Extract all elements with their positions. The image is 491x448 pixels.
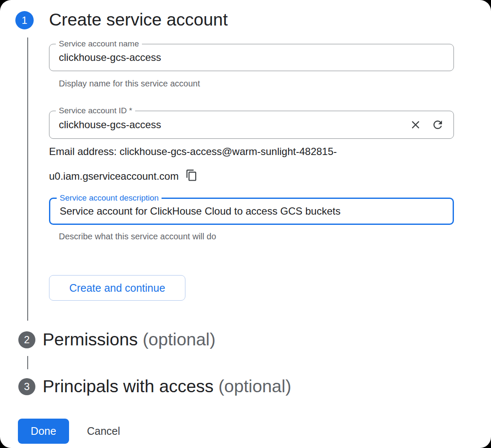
create-and-continue-button[interactable]: Create and continue: [49, 275, 185, 301]
step-3-optional-label: (optional): [218, 376, 291, 396]
clear-icon[interactable]: [408, 118, 423, 132]
service-account-name-field: Service account name: [49, 44, 454, 71]
step-2-title: Permissions: [43, 330, 138, 349]
service-account-description-helper: Describe what this service account will …: [59, 232, 216, 241]
service-account-email: Email address: clickhouse-gcs-access@war…: [49, 139, 450, 189]
stepper-connector: [27, 37, 28, 321]
email-line-2: u0.iam.gserviceaccount.com: [49, 170, 179, 182]
copy-icon[interactable]: [185, 169, 198, 182]
step-1-title: Create service account: [49, 10, 228, 29]
service-account-name-input[interactable]: [49, 44, 453, 71]
cancel-button[interactable]: Cancel: [79, 419, 128, 444]
step-1-number: 1: [22, 14, 27, 26]
refresh-icon[interactable]: [430, 118, 445, 132]
step-3-header[interactable]: Principals with access (optional): [43, 376, 291, 396]
page-title: Create service account: [49, 10, 228, 30]
step-1-indicator: 1: [15, 11, 34, 29]
step-3-number: 3: [24, 381, 29, 393]
service-account-id-field: Service account ID *: [49, 111, 454, 139]
service-account-description-field: Service account description: [49, 198, 454, 225]
step-3-title: Principals with access: [43, 376, 214, 396]
step-2-number: 2: [24, 334, 29, 346]
service-account-name-helper: Display name for this service account: [59, 79, 200, 89]
step-2-optional-label: (optional): [143, 330, 216, 349]
step-3-indicator: 3: [18, 378, 35, 395]
step-2-header[interactable]: Permissions (optional): [43, 330, 216, 350]
done-button[interactable]: Done: [18, 419, 69, 444]
service-account-description-input[interactable]: [50, 199, 453, 224]
stepper-connector: [27, 356, 28, 369]
step-2-indicator: 2: [18, 331, 35, 348]
email-line-1: Email address: clickhouse-gcs-access@war…: [49, 146, 337, 157]
create-service-account-dialog: 1 Create service account Service account…: [0, 0, 491, 448]
service-account-id-input[interactable]: [49, 111, 453, 138]
